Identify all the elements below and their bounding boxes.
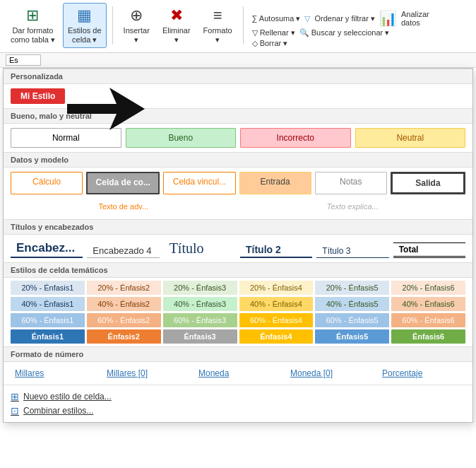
nuevo-estilo-icon: ⊞ [11, 391, 19, 402]
tema-20-6[interactable]: 20% - Énfasis6 [391, 281, 465, 295]
tema-20-4[interactable]: 20% - Énfasis4 [239, 281, 314, 295]
eliminar-button[interactable]: ✖ Eliminar▾ [157, 3, 196, 48]
buscar-button[interactable]: 🔍 Buscar y seleccionar ▾ [299, 28, 390, 37]
borrar-button[interactable]: ◇ Borrar ▾ [252, 39, 288, 48]
formato-label: Formato▾ [203, 26, 232, 45]
insertar-button[interactable]: ⊕ Insertar▾ [119, 3, 155, 48]
table-format-icon: ⊞ [26, 6, 39, 25]
normal-cell[interactable]: Normal [11, 128, 121, 148]
datos-header: Datos y modelo [4, 152, 472, 168]
moneda0-cell[interactable]: Moneda [0] [286, 366, 374, 380]
formato-button[interactable]: ≡ Formato▾ [198, 3, 237, 48]
combinar-link[interactable]: ⊡ Combinar estilos... [11, 404, 465, 418]
moneda-cell[interactable]: Moneda [194, 366, 282, 380]
tema-60-4[interactable]: 60% - Énfasis4 [239, 313, 314, 327]
name-box[interactable] [6, 54, 41, 66]
enfasis-4[interactable]: Énfasis4 [239, 329, 314, 344]
tema-20-3[interactable]: 20% - Énfasis3 [163, 281, 237, 295]
eliminar-label: Eliminar▾ [162, 26, 191, 45]
texto-expl-cell[interactable]: Texto explica... [240, 198, 466, 215]
namebox-row [0, 53, 476, 68]
millares-cell[interactable]: Millares [11, 366, 98, 380]
tema-60-2[interactable]: 60% - Énfasis2 [87, 313, 161, 327]
enfasis-5[interactable]: Énfasis5 [315, 329, 389, 344]
styles-dropdown-panel: Personalizada Mi Estilo Bueno, malo y ne… [3, 68, 473, 423]
ribbon-right-row2: ▽ Rellenar ▾ 🔍 Buscar y seleccionar ▾ [252, 28, 429, 37]
cell-style-icon: ▦ [77, 6, 92, 25]
formato-numero-section: Millares Millares [0] Moneda Moneda [0] … [4, 362, 472, 385]
tema-40-1[interactable]: 40% - Énfasis1 [11, 297, 85, 311]
tema-20-2[interactable]: 20% - Énfasis2 [87, 281, 161, 295]
insert-icon: ⊕ [130, 6, 143, 25]
tema-40-6[interactable]: 40% - Énfasis6 [391, 297, 465, 311]
tema-20-1[interactable]: 20% - Énfasis1 [11, 281, 85, 295]
format-icon: ≡ [213, 6, 222, 25]
tema-40-5[interactable]: 40% - Énfasis5 [315, 297, 389, 311]
total-cell[interactable]: Total [393, 242, 465, 258]
rellenar-button[interactable]: ▽ Rellenar ▾ [252, 28, 295, 37]
tema-40-3[interactable]: 40% - Énfasis3 [163, 297, 237, 311]
titulo2-cell[interactable]: Título 2 [240, 242, 312, 258]
millares0-cell[interactable]: Millares [0] [102, 366, 190, 380]
ribbon-right-row3: ◇ Borrar ▾ [252, 39, 429, 48]
tema-60-1[interactable]: 60% - Énfasis1 [11, 313, 85, 327]
personalizada-section: Mi Estilo [4, 84, 472, 108]
dar-formato-button[interactable]: ⊞ Dar formatocomo tabla ▾ [6, 3, 60, 48]
analizar-label[interactable]: Analizardatos [401, 10, 429, 27]
nuevo-estilo-link[interactable]: ⊞ Nuevo estilo de celda... [11, 390, 465, 404]
estilos-celda-label: Estilos decelda ▾ [68, 26, 102, 45]
combinar-icon: ⊡ [11, 405, 19, 416]
ribbon-right-row1: ∑ Autosuma ▾ ▽ Ordenar y filtrar ▾ 📊 Ana… [252, 10, 429, 27]
tema-20-5[interactable]: 20% - Énfasis5 [315, 281, 389, 295]
enfasis-6[interactable]: Énfasis6 [391, 329, 465, 344]
ribbon-divider-2 [243, 6, 244, 45]
titulo3-cell[interactable]: Título 3 [316, 245, 388, 258]
combinar-label: Combinar estilos... [23, 406, 93, 416]
tema-60-5[interactable]: 60% - Énfasis5 [315, 313, 389, 327]
encabezado1-cell[interactable]: Encabez... [11, 240, 83, 258]
bueno-cell[interactable]: Bueno [126, 128, 237, 148]
enfasis-3[interactable]: Énfasis3 [163, 329, 237, 344]
dar-formato-label: Dar formatocomo tabla ▾ [11, 26, 55, 45]
autosuma-button[interactable]: ∑ Autosuma ▾ [252, 14, 301, 23]
tema-40-2[interactable]: 40% - Énfasis2 [87, 297, 161, 311]
enfasis-1[interactable]: Énfasis1 [11, 329, 85, 344]
tematicos-section: 20% - Énfasis1 20% - Énfasis2 20% - Énfa… [4, 278, 472, 346]
titulos-header: Títulos y encabezados [4, 219, 472, 235]
porcentaje-cell[interactable]: Porcentaje [378, 366, 465, 380]
entrada-cell[interactable]: Entrada [239, 172, 311, 194]
incorrecto-cell[interactable]: Incorrecto [240, 128, 351, 148]
tema-60-6[interactable]: 60% - Énfasis6 [391, 313, 465, 327]
ordenar-button[interactable]: Ordenar y filtrar ▾ [314, 14, 374, 23]
celda-vinc-cell[interactable]: Celda vincul... [163, 172, 235, 194]
tema-40-4[interactable]: 40% - Énfasis4 [239, 297, 314, 311]
bueno-malo-header: Bueno, malo y neutral [4, 108, 472, 124]
neutral-cell[interactable]: Neutral [355, 128, 466, 148]
bueno-malo-section: Normal Bueno Incorrecto Neutral [4, 124, 472, 152]
enfasis-2[interactable]: Énfasis2 [87, 329, 161, 344]
texto-adv-cell[interactable]: Texto de adv... [11, 198, 237, 215]
calculo-cell[interactable]: Cálculo [11, 172, 83, 194]
mi-estilo-button[interactable]: Mi Estilo [11, 88, 65, 104]
titulo-cell[interactable]: Título [164, 239, 236, 258]
ribbon-divider-1 [112, 6, 113, 45]
ribbon-right-group: ∑ Autosuma ▾ ▽ Ordenar y filtrar ▾ 📊 Ana… [252, 10, 429, 48]
analizar-icon: 📊 [379, 10, 397, 27]
notas-cell[interactable]: Notas [315, 172, 387, 194]
estilos-celda-button[interactable]: ▦ Estilos decelda ▾ [63, 3, 107, 48]
tematicos-header: Estilos de celda temáticos [4, 262, 472, 278]
celda-co-cell[interactable]: Celda de co... [86, 172, 160, 194]
filtrar-icon: ▽ [304, 14, 310, 23]
insertar-label: Insertar▾ [124, 26, 150, 45]
formato-numero-header: Formato de número [4, 346, 472, 362]
salida-cell[interactable]: Salida [391, 172, 465, 194]
datos-section: Cálculo Celda de co... Celda vincul... E… [4, 168, 472, 219]
personalizada-header: Personalizada [4, 69, 472, 84]
nuevo-estilo-label: Nuevo estilo de celda... [23, 392, 112, 402]
encabezado4-cell[interactable]: Encabezado 4 [87, 244, 159, 258]
titulos-section: Encabez... Encabezado 4 Título Título 2 … [4, 235, 472, 262]
ribbon: ⊞ Dar formatocomo tabla ▾ ▦ Estilos dece… [0, 0, 476, 53]
delete-icon: ✖ [170, 6, 183, 25]
footer-section: ⊞ Nuevo estilo de celda... ⊡ Combinar es… [4, 385, 472, 422]
tema-60-3[interactable]: 60% - Énfasis3 [163, 313, 237, 327]
